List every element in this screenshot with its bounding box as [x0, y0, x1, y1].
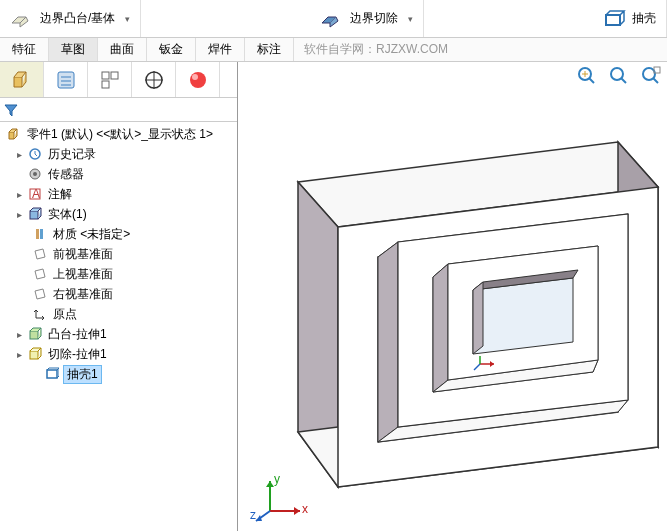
tab-surface[interactable]: 曲面	[98, 38, 147, 61]
boundary-boss-button[interactable]: 边界凸台/基体 ▾	[0, 0, 141, 37]
panel-tab-config[interactable]	[88, 62, 132, 97]
axis-y-label: y	[274, 475, 280, 486]
tab-weldment[interactable]: 焊件	[196, 38, 245, 61]
tree-solid[interactable]: ▸ 实体(1)	[2, 204, 237, 224]
command-tabs: 特征 草图 曲面 钣金 焊件 标注 软件自学网：RJZXW.COM	[0, 38, 667, 62]
tree-shell[interactable]: 抽壳1	[2, 364, 237, 384]
chevron-down-icon: ▾	[125, 14, 130, 24]
orientation-triad-mini	[472, 354, 502, 374]
expander-icon: ▸	[14, 149, 24, 160]
tree-label: 历史记录	[46, 146, 98, 163]
boss-icon	[27, 326, 43, 342]
zoom-prev-button[interactable]	[639, 64, 663, 88]
origin-icon	[32, 306, 48, 322]
tab-label: 草图	[61, 41, 85, 58]
expander-icon: ▸	[14, 329, 24, 340]
svg-point-11	[192, 74, 198, 80]
plane-icon	[32, 286, 48, 302]
sensor-icon	[27, 166, 43, 182]
chevron-down-icon: ▾	[408, 14, 413, 24]
shell-icon	[602, 9, 626, 29]
3d-model	[248, 92, 667, 512]
tree-origin[interactable]: 原点	[2, 304, 237, 324]
panel-tab-feature-tree[interactable]	[0, 62, 44, 97]
boundary-cut-icon	[320, 9, 344, 29]
tree-label: 传感器	[46, 166, 86, 183]
svg-rect-17	[30, 211, 38, 219]
svg-rect-5	[111, 72, 118, 79]
boundary-boss-label: 边界凸台/基体	[40, 10, 115, 27]
feature-tree-panel: 零件1 (默认) <<默认>_显示状态 1> ▸ 历史记录 传感器 ▸ A 注解…	[0, 62, 238, 531]
tab-annotation[interactable]: 标注	[245, 38, 294, 61]
shell-icon	[44, 366, 60, 382]
orientation-triad[interactable]: y x z	[250, 475, 310, 523]
panel-tabs	[0, 62, 237, 98]
funnel-icon	[4, 103, 18, 117]
tree-boss-extrude[interactable]: ▸ 凸台-拉伸1	[2, 324, 237, 344]
tab-label: 焊件	[208, 41, 232, 58]
tree-history[interactable]: ▸ 历史记录	[2, 144, 237, 164]
tree-label: 上视基准面	[51, 266, 115, 283]
tree-filter[interactable]	[0, 98, 237, 122]
tree-material[interactable]: 材质 <未指定>	[2, 224, 237, 244]
tree-top-plane[interactable]: 上视基准面	[2, 264, 237, 284]
svg-rect-18	[36, 229, 39, 239]
tree-cut-extrude[interactable]: ▸ 切除-拉伸1	[2, 344, 237, 364]
tree-root[interactable]: 零件1 (默认) <<默认>_显示状态 1>	[2, 124, 237, 144]
history-icon	[27, 146, 43, 162]
tree-label: 材质 <未指定>	[51, 226, 132, 243]
tab-feature[interactable]: 特征	[0, 38, 49, 61]
tree-label: 原点	[51, 306, 79, 323]
axis-x-label: x	[302, 502, 308, 516]
panel-tab-dimexpert[interactable]	[132, 62, 176, 97]
shell-button[interactable]: 抽壳	[592, 0, 667, 37]
tree-root-label: 零件1 (默认) <<默认>_显示状态 1>	[25, 126, 215, 143]
top-toolbar: 边界凸台/基体 ▾ 边界切除 ▾ 抽壳	[0, 0, 667, 38]
shell-label: 抽壳	[632, 10, 656, 27]
view-tools	[575, 64, 663, 88]
svg-rect-4	[102, 72, 109, 79]
tree-annotations[interactable]: ▸ A 注解	[2, 184, 237, 204]
part-icon	[6, 126, 22, 142]
boundary-boss-icon	[10, 9, 34, 29]
zoom-fit-button[interactable]	[575, 64, 599, 88]
zoom-area-button[interactable]	[607, 64, 631, 88]
material-icon	[32, 226, 48, 242]
tree-label: 切除-拉伸1	[46, 346, 109, 363]
tab-sheetmetal[interactable]: 钣金	[147, 38, 196, 61]
spacer	[141, 0, 309, 37]
tree-label: 凸台-拉伸1	[46, 326, 109, 343]
main-area: 零件1 (默认) <<默认>_显示状态 1> ▸ 历史记录 传感器 ▸ A 注解…	[0, 62, 667, 531]
spacer	[424, 0, 592, 37]
tab-label: 特征	[12, 41, 36, 58]
boundary-cut-label: 边界切除	[350, 10, 398, 27]
svg-point-14	[33, 172, 37, 176]
plane-icon	[32, 246, 48, 262]
panel-tab-property[interactable]	[44, 62, 88, 97]
boundary-cut-button[interactable]: 边界切除 ▾	[310, 0, 424, 37]
panel-tab-appearance[interactable]	[176, 62, 220, 97]
cut-icon	[27, 346, 43, 362]
expander-icon: ▸	[14, 209, 24, 220]
expander-icon: ▸	[14, 349, 24, 360]
tab-label: 标注	[257, 41, 281, 58]
tab-label: 曲面	[110, 41, 134, 58]
svg-rect-6	[102, 81, 109, 88]
tree-label: 前视基准面	[51, 246, 115, 263]
svg-rect-21	[30, 351, 38, 359]
tree-sensors[interactable]: 传感器	[2, 164, 237, 184]
tree-label: 右视基准面	[51, 286, 115, 303]
tree-label: 注解	[46, 186, 74, 203]
tab-sketch[interactable]: 草图	[49, 38, 98, 61]
watermark-text: 软件自学网：RJZXW.COM	[304, 41, 448, 58]
tree-right-plane[interactable]: 右视基准面	[2, 284, 237, 304]
feature-tree: 零件1 (默认) <<默认>_显示状态 1> ▸ 历史记录 传感器 ▸ A 注解…	[0, 122, 237, 531]
plane-icon	[32, 266, 48, 282]
svg-text:A: A	[32, 187, 40, 201]
annotation-icon: A	[27, 186, 43, 202]
tree-front-plane[interactable]: 前视基准面	[2, 244, 237, 264]
tree-label: 实体(1)	[46, 206, 89, 223]
3d-viewport[interactable]: y x z	[238, 62, 667, 531]
svg-point-10	[190, 72, 206, 88]
tree-label: 抽壳1	[63, 365, 102, 384]
